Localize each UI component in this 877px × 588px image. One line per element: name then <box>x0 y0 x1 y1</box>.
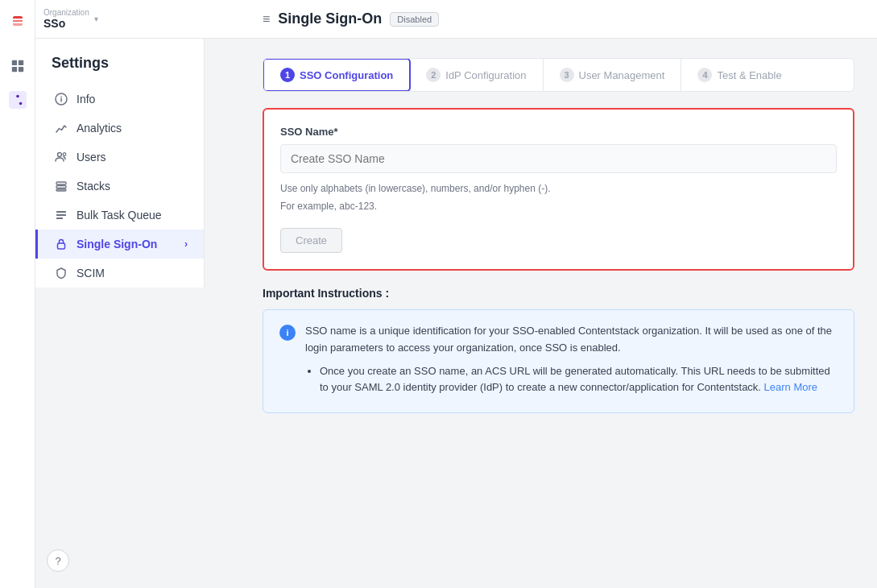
lock-icon <box>54 237 68 251</box>
org-chevron-icon[interactable]: ▾ <box>94 14 98 23</box>
sidebar-item-info-label: Info <box>77 93 95 106</box>
svg-rect-3 <box>11 67 16 72</box>
svg-rect-2 <box>18 60 23 65</box>
sidebar: Settings Info Analytics Users Stacks <box>35 39 205 288</box>
svg-point-10 <box>58 153 62 157</box>
sidebar-item-info[interactable]: Info <box>35 85 204 114</box>
tab-idp-configuration[interactable]: 2 IdP Configuration <box>410 59 543 91</box>
svg-point-6 <box>19 102 22 106</box>
sidebar-item-analytics-label: Analytics <box>77 122 122 135</box>
sidebar-item-stacks[interactable]: Stacks <box>35 172 204 201</box>
sidebar-item-users[interactable]: Users <box>35 143 204 172</box>
instruction-bullet1: SSO name is a unique identification for … <box>305 325 832 354</box>
tab-4-num: 4 <box>697 68 712 82</box>
svg-point-9 <box>60 96 62 97</box>
left-panel: Organization SSo ▾ Settings Info Analyti… <box>35 0 240 588</box>
sidebar-item-sso-label: Single Sign-On <box>77 238 157 251</box>
svg-rect-13 <box>56 186 66 188</box>
tab-user-management[interactable]: 3 User Management <box>544 59 682 91</box>
hint-text-1: Use only alphabets (in lowercase), numbe… <box>280 181 837 196</box>
instructions-panel: i SSO name is a unique identification fo… <box>263 309 854 413</box>
sso-chevron-icon: › <box>184 238 188 250</box>
sidebar-title: Settings <box>35 55 204 85</box>
svg-point-11 <box>63 153 66 156</box>
content-area: 1 SSO Configuration 2 IdP Configuration … <box>240 39 877 588</box>
main-content: ≡ Single Sign-On Disabled 1 SSO Configur… <box>240 0 877 588</box>
org-name: SSo <box>43 17 89 30</box>
svg-rect-17 <box>56 217 63 219</box>
tab-2-num: 2 <box>426 68 441 82</box>
logo[interactable] <box>6 10 29 35</box>
svg-rect-4 <box>18 67 23 72</box>
tab-2-label: IdP Configuration <box>445 69 526 81</box>
svg-rect-12 <box>56 182 66 184</box>
sidebar-item-scim-label: SCIM <box>77 267 105 280</box>
create-button[interactable]: Create <box>280 228 342 253</box>
svg-rect-14 <box>56 189 66 191</box>
rail-grid-icon[interactable] <box>9 57 27 75</box>
tab-3-num: 3 <box>560 68 574 82</box>
tabs-row: 1 SSO Configuration 2 IdP Configuration … <box>263 58 854 92</box>
sidebar-item-sso[interactable]: Single Sign-On › <box>35 230 204 259</box>
field-label: SSO Name* <box>280 126 837 138</box>
tab-1-label: SSO Configuration <box>300 69 393 81</box>
icon-rail <box>0 0 35 588</box>
users-icon <box>54 150 68 164</box>
topbar: ≡ Single Sign-On Disabled <box>240 0 877 39</box>
org-label: Organization <box>43 8 89 17</box>
info-icon <box>54 92 68 106</box>
svg-rect-18 <box>58 243 65 249</box>
status-badge: Disabled <box>390 12 439 27</box>
svg-rect-15 <box>56 211 66 213</box>
hint-text-2: For example, abc-123. <box>280 199 837 213</box>
tab-test-enable[interactable]: 4 Test & Enable <box>681 59 797 91</box>
sso-config-panel: SSO Name* Use only alphabets (in lowerca… <box>263 108 854 271</box>
sidebar-item-scim[interactable]: SCIM <box>35 259 204 288</box>
svg-point-5 <box>16 95 19 98</box>
sidebar-item-bulk-task-queue[interactable]: Bulk Task Queue <box>35 201 204 230</box>
instructions-section: Important Instructions : i SSO name is a… <box>263 287 854 413</box>
tab-1-num: 1 <box>280 68 295 82</box>
sidebar-item-users-label: Users <box>77 151 106 164</box>
stacks-icon <box>54 179 68 193</box>
rail-settings-icon[interactable] <box>9 91 27 109</box>
menu-icon: ≡ <box>263 12 270 27</box>
tab-sso-configuration[interactable]: 1 SSO Configuration <box>263 58 411 92</box>
page-title: Single Sign-On <box>278 10 382 27</box>
svg-rect-1 <box>11 60 16 65</box>
instructions-heading: Important Instructions : <box>263 287 854 300</box>
help-button[interactable]: ? <box>47 549 69 572</box>
instruction-bullet2: Once you create an SSO name, an ACS URL … <box>320 365 830 394</box>
tab-3-label: User Management <box>579 69 665 81</box>
svg-rect-16 <box>56 214 66 216</box>
sso-name-input[interactable] <box>280 144 837 173</box>
learn-more-link[interactable]: Learn More <box>764 381 817 393</box>
queue-icon <box>54 208 68 222</box>
sidebar-item-analytics[interactable]: Analytics <box>35 114 204 143</box>
instructions-body: SSO name is a unique identification for … <box>305 323 838 400</box>
shield-icon <box>54 266 68 280</box>
analytics-icon <box>54 121 68 135</box>
sidebar-item-stacks-label: Stacks <box>77 180 110 193</box>
org-header: Organization SSo ▾ <box>35 0 240 39</box>
info-circle-icon: i <box>279 325 296 341</box>
tab-4-label: Test & Enable <box>717 69 781 81</box>
sidebar-item-bulk-label: Bulk Task Queue <box>77 209 162 222</box>
